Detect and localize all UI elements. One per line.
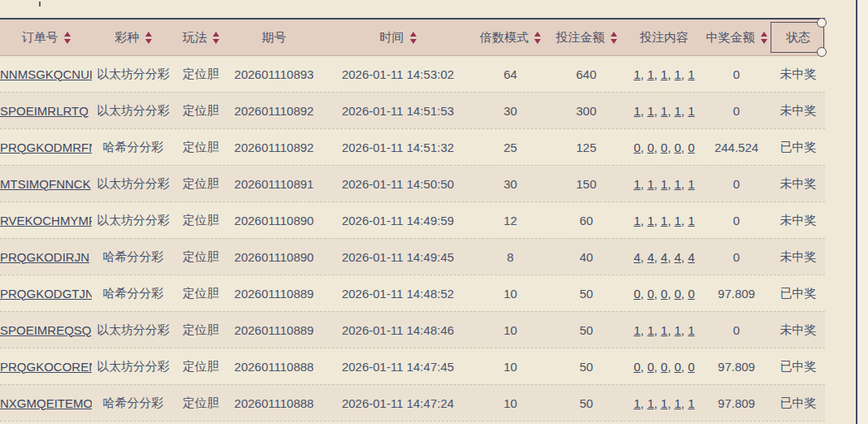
bet-content-link[interactable]: 1, 1, 1, 1, 1	[627, 67, 702, 81]
play-method-cell: 定位胆	[175, 286, 227, 301]
multiplier-mode-cell: 25	[475, 141, 546, 154]
header-bet-amount[interactable]: 投注金额	[546, 19, 627, 55]
bet-time-cell: 2026-01-11 14:51:32	[321, 141, 475, 154]
bet-time-cell: 2026-01-11 14:48:52	[321, 287, 475, 301]
order-number-link[interactable]: NXGMQEITEMO	[0, 396, 92, 410]
lottery-type-cell: 哈希分分彩	[92, 396, 175, 411]
multiplier-mode-cell: 30	[475, 177, 546, 191]
bet-time-cell: 2026-01-11 14:47:24	[321, 396, 475, 410]
win-amount-cell: 0	[702, 177, 771, 191]
bet-content-link[interactable]: 1, 1, 1, 1, 1	[627, 104, 702, 118]
lottery-type-cell: 哈希分分彩	[92, 286, 175, 301]
header-bet-amount-label: 投注金额	[556, 30, 605, 45]
header-time[interactable]: 时间	[321, 19, 475, 55]
bet-history-table: 订单号 彩种 玩法 期号 时间 倍数模式 投注金额 投注内容	[0, 18, 825, 422]
status-cell: 未中奖	[771, 103, 825, 119]
lottery-type-cell: 以太坊分分彩	[92, 359, 175, 374]
bet-content-link[interactable]: 1, 1, 1, 1, 1	[627, 396, 702, 410]
order-number-link[interactable]: PRQGKODGTJN	[0, 287, 92, 301]
table-row: RVEKOCHMYMP 以太坊分分彩 定位胆 202601110890 2026…	[0, 201, 825, 238]
right-gutter	[857, 0, 868, 424]
table-row: NXGMQEITEMO 哈希分分彩 定位胆 202601110888 2026-…	[0, 384, 825, 421]
bet-content-link[interactable]: 0, 0, 0, 0, 0	[627, 360, 702, 374]
play-method-cell: 定位胆	[175, 249, 227, 265]
bet-time-cell: 2026-01-11 14:47:45	[321, 360, 475, 374]
bet-amount-cell: 125	[546, 141, 627, 154]
multiplier-mode-cell: 10	[475, 396, 546, 410]
sort-icon	[611, 32, 617, 44]
bet-amount-cell: 50	[546, 396, 627, 410]
bet-time-cell: 2026-01-11 14:50:50	[321, 177, 475, 191]
order-number-link[interactable]: PRQGKODMRFN	[0, 141, 92, 154]
bet-amount-cell: 300	[546, 104, 627, 118]
status-cell: 已中奖	[771, 396, 825, 411]
period-number-cell: 202601110889	[227, 323, 321, 337]
bet-time-cell: 2026-01-11 14:51:53	[321, 104, 475, 118]
status-cell: 未中奖	[771, 176, 825, 192]
bet-content-link[interactable]: 4, 4, 4, 4, 4	[627, 250, 702, 264]
bet-amount-cell: 60	[546, 214, 627, 227]
period-number-cell: 202601110889	[227, 287, 321, 301]
sort-icon	[534, 32, 541, 44]
multiplier-mode-cell: 12	[475, 214, 546, 227]
win-amount-cell: 244.524	[702, 141, 771, 154]
header-lottery-type-label: 彩种	[115, 30, 140, 45]
bet-content-link[interactable]: 0, 0, 0, 0, 0	[627, 141, 702, 154]
order-number-link[interactable]: SPOEIMRLRTQ	[0, 104, 92, 118]
lottery-type-cell: 以太坊分分彩	[92, 213, 175, 228]
header-status-label: 状态	[786, 30, 810, 45]
win-amount-cell: 0	[702, 323, 771, 337]
sort-icon	[410, 32, 417, 44]
period-number-cell: 202601110893	[227, 67, 321, 81]
win-amount-cell: 97.809	[702, 396, 771, 410]
bet-content-link[interactable]: 1, 1, 1, 1, 1	[627, 177, 702, 191]
play-method-cell: 定位胆	[175, 359, 227, 374]
header-status: 状态	[771, 19, 825, 55]
play-method-cell: 定位胆	[175, 176, 227, 192]
sort-icon	[64, 32, 71, 44]
bet-amount-cell: 150	[546, 177, 627, 191]
header-play-method[interactable]: 玩法	[175, 19, 227, 55]
multiplier-mode-cell: 10	[475, 287, 546, 301]
win-amount-cell: 0	[702, 250, 771, 264]
header-multiplier-mode[interactable]: 倍数模式	[475, 19, 546, 55]
order-number-link[interactable]: PRQGKOCOREN	[0, 360, 92, 374]
order-number-link[interactable]: PRQGKODIRJN	[0, 250, 92, 264]
header-play-method-label: 玩法	[183, 30, 207, 45]
bet-time-cell: 2026-01-11 14:48:46	[321, 323, 475, 337]
period-number-cell: 202601110892	[227, 141, 321, 154]
header-order-no[interactable]: 订单号	[0, 19, 92, 55]
win-amount-cell: 97.809	[702, 287, 771, 301]
table-row: PRQGKOCOREN 以太坊分分彩 定位胆 202601110888 2026…	[0, 348, 825, 384]
bet-amount-cell: 640	[546, 67, 627, 81]
order-number-link[interactable]: SPOEIMREQSQ	[0, 323, 92, 337]
lottery-type-cell: 以太坊分分彩	[92, 67, 175, 82]
header-lottery-type[interactable]: 彩种	[92, 19, 175, 55]
bet-amount-cell: 50	[546, 360, 627, 374]
win-amount-cell: 0	[702, 214, 771, 227]
header-win-amount[interactable]: 中奖金额	[702, 19, 771, 55]
order-number-link[interactable]: NNMSGKQCNUL	[0, 67, 92, 81]
lottery-type-cell: 以太坊分分彩	[92, 103, 175, 119]
header-win-amount-label: 中奖金额	[706, 30, 755, 45]
header-multiplier-mode-label: 倍数模式	[480, 30, 529, 45]
top-margin-strip	[0, 0, 868, 18]
table-row: PRQGKODGTJN 哈希分分彩 定位胆 202601110889 2026-…	[0, 275, 825, 311]
period-number-cell: 202601110891	[227, 177, 321, 191]
status-cell: 未中奖	[771, 67, 825, 82]
bet-amount-cell: 40	[546, 250, 627, 264]
bet-content-link[interactable]: 1, 1, 1, 1, 1	[627, 214, 702, 227]
play-method-cell: 定位胆	[175, 103, 227, 119]
status-cell: 未中奖	[771, 322, 825, 338]
bet-content-link[interactable]: 1, 1, 1, 1, 1	[627, 323, 702, 337]
bet-content-link[interactable]: 0, 0, 0, 0, 0	[627, 287, 702, 301]
win-amount-cell: 97.809	[702, 360, 771, 374]
status-cell: 未中奖	[771, 249, 825, 265]
status-cell: 已中奖	[771, 359, 825, 374]
bet-amount-cell: 50	[546, 323, 627, 337]
order-number-link[interactable]: RVEKOCHMYMP	[0, 214, 92, 227]
lottery-type-cell: 哈希分分彩	[92, 249, 175, 265]
sort-icon	[213, 32, 219, 44]
order-number-link[interactable]: MTSIMQFNNCK	[0, 177, 92, 191]
text-cursor-artifact	[39, 2, 41, 6]
